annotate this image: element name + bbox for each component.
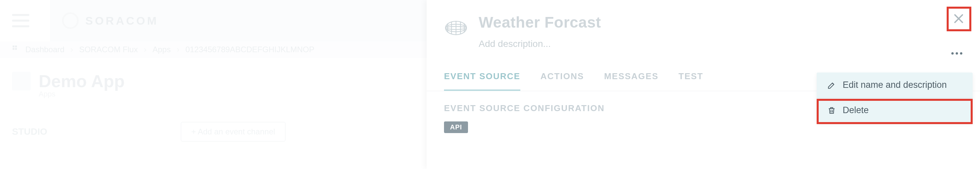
context-menu: Edit name and description Delete <box>817 73 973 123</box>
pencil-icon <box>827 80 837 90</box>
panel-title[interactable]: Weather Forcast <box>479 13 601 31</box>
detail-panel: Weather Forcast Add description... EVENT… <box>427 0 980 169</box>
tab-event-source[interactable]: EVENT SOURCE <box>444 71 520 91</box>
menu-item-edit[interactable]: Edit name and description <box>817 73 973 98</box>
close-button[interactable] <box>947 7 970 30</box>
menu-item-label: Edit name and description <box>843 80 947 90</box>
menu-item-delete[interactable]: Delete <box>817 98 973 123</box>
more-menu-button[interactable] <box>950 50 963 57</box>
tab-actions[interactable]: ACTIONS <box>540 71 584 91</box>
tab-messages[interactable]: MESSAGES <box>604 71 658 91</box>
weather-net-icon <box>444 16 468 40</box>
trash-icon <box>827 106 837 115</box>
panel-description-placeholder[interactable]: Add description... <box>479 39 601 49</box>
menu-item-label: Delete <box>843 105 869 115</box>
tab-test[interactable]: TEST <box>679 71 703 91</box>
api-badge: API <box>444 122 468 133</box>
